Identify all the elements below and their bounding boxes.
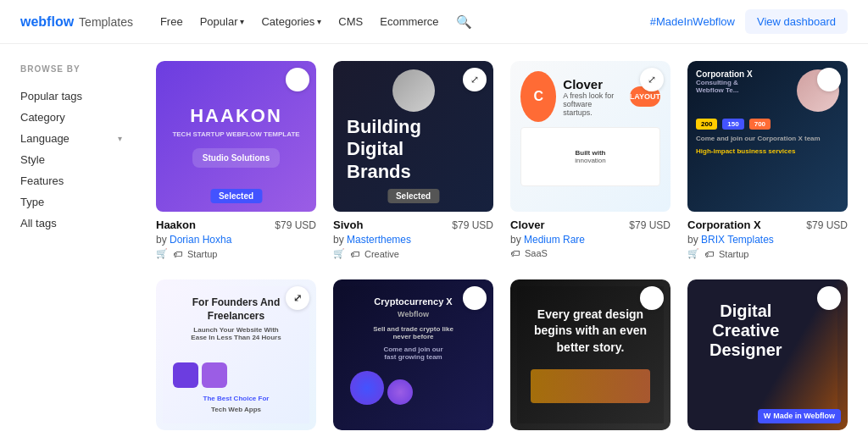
founders-expand-button[interactable]: ⤢ — [286, 286, 309, 310]
corpx-cart-icon: 🛒 — [687, 248, 699, 259]
corpx-stat3: 700 — [749, 119, 771, 130]
corpx-desc-text: Come and join our Corporation X team — [696, 135, 839, 142]
nav-right: #MadeInWebflow View dashboard — [650, 9, 848, 34]
clover-price: $79 USD — [629, 219, 670, 231]
sidebar-item-language[interactable]: Language ▾ — [20, 128, 122, 149]
content-area: HAAKON TECH STARTUP WEBFLOW TEMPLATE Stu… — [136, 44, 868, 447]
corpx-expand-button[interactable]: ⤢ — [817, 68, 841, 91]
made-webflow-text: Made in Webflow — [773, 412, 835, 421]
sidebar-label: Category — [20, 111, 65, 124]
haakon-cart-icon: 🛒 — [156, 248, 168, 259]
haakon-selected-badge: Selected — [210, 189, 262, 203]
card-digital-creative-thumb[interactable]: DigitalCreativeDesigner ⤢ W Made in Webf… — [687, 279, 848, 430]
nav-ecommerce[interactable]: Ecommerce — [380, 15, 438, 28]
nav-categories[interactable]: Categories ▾ — [261, 15, 321, 28]
crypto-expand-button[interactable]: ⤢ — [463, 286, 487, 310]
haakon-subtitle-text: TECH STARTUP WEBFLOW TEMPLATE — [172, 130, 299, 138]
clover-preview-block: Built with innovation — [520, 127, 660, 186]
search-icon[interactable]: 🔍 — [456, 14, 472, 30]
clover-name-text: Clover — [563, 77, 623, 91]
haakon-title: Haakon — [156, 218, 196, 231]
corpx-price: $79 USD — [806, 219, 848, 231]
card-clover: C Clover A fresh look for software start… — [510, 61, 670, 263]
nav-cms[interactable]: CMS — [338, 15, 363, 28]
corpx-author-link[interactable]: BRIX Templates — [701, 234, 774, 246]
corpx-tag-startup: Startup — [719, 249, 748, 259]
dashboard-button[interactable]: View dashboard — [745, 9, 848, 34]
card-design-story-thumb[interactable]: Every great design begins with an even b… — [510, 279, 670, 430]
haakon-expand-button[interactable]: ⤢ — [286, 68, 309, 91]
sidebar-item-style[interactable]: Style — [20, 149, 122, 170]
sivoh-author: by Masterthemes — [333, 234, 493, 246]
nav-popular[interactable]: Popular ▾ — [200, 15, 245, 28]
haakon-title-text: HAAKON — [190, 105, 282, 127]
sivoh-title: Sivoh — [333, 218, 363, 231]
sidebar-item-all-tags[interactable]: All tags — [20, 213, 122, 234]
sivoh-thumb-text: BuildingDigitalBrands — [347, 116, 421, 182]
nav-free[interactable]: Free — [160, 15, 183, 28]
sidebar-item-features[interactable]: Features — [20, 170, 122, 191]
sidebar-label: Type — [20, 196, 44, 208]
haakon-studio-text: Studio Solutions — [192, 148, 280, 168]
design-story-text: Every great design begins with an even b… — [531, 307, 650, 357]
sidebar: Browse By Popular tags Category Language… — [0, 44, 136, 447]
sidebar-item-popular-tags[interactable]: Popular tags — [20, 86, 122, 107]
design-story-expand-button[interactable]: ⤢ — [640, 286, 664, 310]
sivoh-expand-button[interactable]: ⤢ — [463, 68, 487, 91]
sivoh-author-link[interactable]: Masterthemes — [347, 234, 411, 246]
haakon-author-link[interactable]: Dorian Hoxha — [170, 234, 231, 246]
card-founders: For Founders AndFreelancers Launch Your … — [156, 279, 316, 430]
clover-expand-button[interactable]: ⤢ — [640, 68, 664, 91]
clover-author-link[interactable]: Medium Rare — [524, 234, 585, 246]
sivoh-tag-icon: 🏷 — [350, 249, 359, 259]
corpx-tags: 🛒 🏷 Startup — [687, 248, 848, 259]
founders-title-text: For Founders AndFreelancers — [173, 296, 299, 323]
clover-info: Clover $79 USD by Medium Rare 🏷 SaaS — [510, 212, 670, 262]
crypto-sphere1 — [350, 371, 384, 405]
brand-logo[interactable]: webflow Templates — [20, 14, 133, 30]
card-clover-thumb[interactable]: C Clover A fresh look for software start… — [510, 61, 670, 212]
sidebar-item-category[interactable]: Category — [20, 107, 122, 128]
brand-name: webflow — [20, 14, 74, 30]
corpx-title: Corporation X — [687, 218, 761, 231]
corpx-stat1: 200 — [696, 119, 717, 130]
made-in-webflow-badge-card: W Made in Webflow — [758, 409, 841, 423]
browse-label: Browse By — [20, 64, 122, 74]
corpx-author: by BRIX Templates — [687, 234, 848, 246]
haakon-info: Haakon $79 USD by Dorian Hoxha 🛒 🏷 Start… — [156, 212, 316, 263]
card-founders-thumb[interactable]: For Founders AndFreelancers Launch Your … — [156, 279, 316, 430]
card-digital-creative: DigitalCreativeDesigner ⤢ W Made in Webf… — [687, 279, 848, 430]
clover-tags: 🏷 SaaS — [510, 248, 670, 258]
founders-phone-icon2 — [202, 362, 227, 388]
digital-creative-expand-button[interactable]: ⤢ — [817, 286, 841, 310]
brand-suffix: Templates — [79, 15, 133, 29]
hashtag-link[interactable]: #MadeInWebflow — [650, 15, 735, 28]
haakon-tag-startup: Startup — [187, 249, 217, 259]
sidebar-label: Style — [20, 153, 45, 166]
sivoh-selected-badge: Selected — [387, 189, 439, 203]
wf-icon: W — [764, 412, 771, 421]
sivoh-price: $79 USD — [452, 219, 493, 231]
card-haakon-thumb[interactable]: HAAKON TECH STARTUP WEBFLOW TEMPLATE Stu… — [156, 61, 316, 212]
card-haakon: HAAKON TECH STARTUP WEBFLOW TEMPLATE Stu… — [156, 61, 316, 263]
founders-cta-text: The Best Choice For — [173, 395, 299, 402]
sidebar-label: All tags — [20, 217, 57, 230]
popular-chevron: ▾ — [240, 17, 244, 26]
clover-tag-saas: SaaS — [525, 248, 548, 258]
card-cryptocurrency: Cryptocurrency X Webflow Sell and trade … — [333, 279, 493, 430]
corpx-stat2: 150 — [722, 119, 743, 130]
card-corporation-thumb[interactable]: Corporation X Consulting & Webflow Te...… — [687, 61, 848, 212]
main-layout: Browse By Popular tags Category Language… — [0, 44, 868, 447]
sivoh-info: Sivoh $79 USD by Masterthemes 🛒 🏷 Creati… — [333, 212, 493, 263]
card-sivoh: BuildingDigitalBrands Pana Pumi Selected… — [333, 61, 493, 263]
crypto-title-text: Cryptocurrency X — [350, 296, 476, 307]
sidebar-item-type[interactable]: Type — [20, 191, 122, 213]
sidebar-label: Features — [20, 174, 64, 187]
haakon-tags: 🛒 🏷 Startup — [156, 248, 316, 259]
categories-chevron: ▾ — [317, 17, 321, 26]
corpx-tagline-text: Consulting & Webflow Te... — [696, 79, 764, 94]
digital-creative-text: DigitalCreativeDesigner — [709, 301, 782, 360]
card-cryptocurrency-thumb[interactable]: Cryptocurrency X Webflow Sell and trade … — [333, 279, 493, 430]
clover-tag-icon: 🏷 — [510, 248, 520, 258]
card-sivoh-thumb[interactable]: BuildingDigitalBrands Pana Pumi Selected… — [333, 61, 493, 212]
